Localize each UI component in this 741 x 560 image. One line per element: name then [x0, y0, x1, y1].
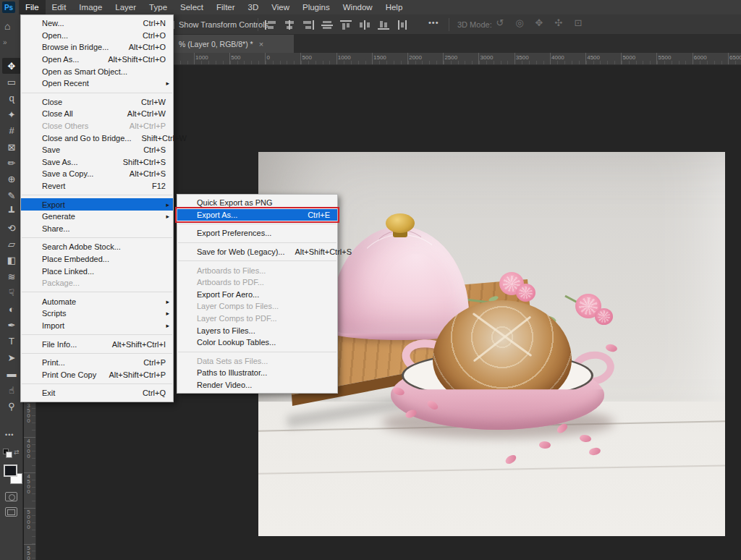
rectangle-tool[interactable]: ▬	[2, 365, 21, 381]
lasso-tool[interactable]: ɋ	[2, 90, 21, 106]
dodge-tool[interactable]: ◐	[2, 301, 21, 317]
menubar-item-image[interactable]: Image	[72, 0, 109, 14]
move-tool[interactable]: ✥	[2, 58, 21, 74]
file-menu-item-package[interactable]: Package...	[21, 277, 173, 289]
ruler-label: 4000	[551, 54, 564, 61]
export-submenu-item-layers-to-files[interactable]: Layers to Files...	[177, 324, 337, 336]
file-menu-item-close-others[interactable]: Close OthersAlt+Ctrl+P	[21, 120, 173, 132]
crop-tool[interactable]: #	[2, 123, 21, 139]
toolbar-expand-icon[interactable]: »	[3, 38, 7, 46]
menubar-item-view[interactable]: View	[265, 0, 296, 14]
menubar-item-filter[interactable]: Filter	[210, 0, 242, 14]
file-menu-item-revert[interactable]: RevertF12	[21, 180, 173, 192]
export-submenu-item-paths-to-illustrator[interactable]: Paths to Illustrator...	[177, 367, 337, 379]
export-submenu-item-export-as[interactable]: Export As...Ctrl+E	[177, 209, 337, 221]
foreground-color-swatch[interactable]	[4, 464, 17, 477]
file-menu-item-file-info[interactable]: File Info...Alt+Shift+Ctrl+I	[21, 338, 173, 350]
frame-tool[interactable]: ⊠	[2, 139, 21, 155]
file-menu-item-import[interactable]: Import▸	[21, 320, 173, 332]
export-submenu-item-artboards-to-files[interactable]: Artboards to Files...	[177, 264, 337, 276]
file-menu-item-close[interactable]: CloseCtrl+W	[21, 96, 173, 109]
export-submenu-item-data-sets-as-files[interactable]: Data Sets as Files...	[177, 355, 337, 368]
submenu-arrow-icon: ▸	[166, 80, 169, 87]
quick-selection-tool[interactable]: ✦	[2, 106, 21, 122]
spot-healing-brush-tool[interactable]: ⊕	[2, 171, 21, 187]
eraser-tool[interactable]: ▱	[2, 236, 21, 252]
menubar-item-edit[interactable]: Edit	[46, 0, 73, 14]
type-tool[interactable]: T	[2, 334, 21, 349]
export-submenu-item-export-preferences[interactable]: Export Preferences...	[177, 227, 337, 239]
history-brush-tool[interactable]: ⟲	[2, 220, 21, 236]
align-left-edges-icon[interactable]	[265, 20, 276, 30]
menubar-item-layer[interactable]: Layer	[109, 0, 143, 14]
export-submenu-item-render-video[interactable]: Render Video...	[177, 379, 337, 391]
clone-stamp-tool[interactable]: ┻	[2, 204, 21, 220]
file-menu-item-save-a-copy[interactable]: Save a Copy...Alt+Ctrl+S	[21, 168, 173, 180]
align-right-edges-icon[interactable]	[302, 20, 314, 30]
export-submenu-item-save-for-web-legacy[interactable]: Save for Web (Legacy)...Alt+Shift+Ctrl+S	[177, 246, 337, 258]
quick-mask-icon[interactable]	[5, 492, 17, 501]
screen-mode-icon[interactable]	[5, 507, 17, 517]
menubar-item-plugins[interactable]: Plugins	[296, 0, 336, 14]
hand-tool[interactable]: ☝	[2, 382, 21, 398]
file-menu-item-scripts[interactable]: Scripts▸	[21, 307, 173, 320]
file-menu-item-browse-in-bridge[interactable]: Browse in Bridge...Alt+Ctrl+O	[21, 41, 173, 54]
export-submenu-item-layer-comps-to-files[interactable]: Layer Comps to Files...	[177, 300, 337, 313]
file-menu-item-open-recent[interactable]: Open Recent▸	[21, 77, 173, 90]
default-colors-icon[interactable]	[3, 449, 9, 454]
file-menu-item-place-embedded[interactable]: Place Embedded...	[21, 253, 173, 266]
home-icon[interactable]: ⌂	[4, 20, 10, 32]
swap-colors-icon[interactable]: ⇄	[14, 449, 20, 456]
file-menu-item-generate[interactable]: Generate▸	[21, 211, 173, 223]
file-menu-item-close-all[interactable]: Close AllAlt+Ctrl+W	[21, 108, 173, 120]
menubar-item-select[interactable]: Select	[174, 0, 210, 14]
menubar-item-type[interactable]: Type	[143, 0, 174, 14]
brush-tool[interactable]: ✎	[2, 187, 21, 203]
file-menu-item-open-as-smart-object[interactable]: Open as Smart Object...	[21, 65, 173, 77]
rectangular-marquee-tool[interactable]: ▭	[2, 74, 21, 90]
align-top-edges-icon[interactable]	[340, 20, 352, 30]
file-menu-item-export[interactable]: Export▸	[21, 198, 173, 211]
more-align-options-icon[interactable]: •••	[428, 18, 439, 27]
menubar-item-help[interactable]: Help	[379, 0, 410, 14]
align-horizontal-centers-icon[interactable]	[284, 20, 295, 30]
file-menu-item-automate[interactable]: Automate▸	[21, 295, 173, 307]
distribute-vertical-centers-icon[interactable]	[397, 20, 408, 30]
tab-close-icon[interactable]: ×	[259, 40, 263, 48]
zoom-tool[interactable]: ⚲	[2, 398, 21, 414]
file-menu-item-search-adobe-stock[interactable]: Search Adobe Stock...	[21, 241, 173, 253]
menubar-item-3d[interactable]: 3D	[242, 0, 266, 14]
file-menu-item-share[interactable]: Share...	[21, 223, 173, 235]
menu-item-label: File Info...	[42, 340, 77, 349]
distribute-horizontal-centers-icon[interactable]	[359, 20, 370, 30]
align-bottom-edges-icon[interactable]	[378, 20, 389, 30]
file-menu-item-save[interactable]: SaveCtrl+S	[21, 144, 173, 156]
export-submenu-item-artboards-to-pdf[interactable]: Artboards to PDF...	[177, 276, 337, 289]
file-menu-item-open[interactable]: Open...Ctrl+O	[21, 30, 173, 42]
file-menu-item-place-linked[interactable]: Place Linked...	[21, 265, 173, 277]
file-menu-item-print-one-copy[interactable]: Print One CopyAlt+Shift+Ctrl+P	[21, 368, 173, 381]
export-submenu-item-quick-export-as-png[interactable]: Quick Export as PNG	[177, 197, 337, 209]
menu-item-label: Close and Go to Bridge...	[42, 134, 132, 143]
menubar-item-window[interactable]: Window	[336, 0, 379, 14]
edit-toolbar-icon[interactable]: •••	[5, 431, 14, 438]
file-menu-item-print[interactable]: Print...Ctrl+P	[21, 357, 173, 369]
smudge-tool[interactable]: ☟	[2, 284, 21, 300]
path-selection-tool[interactable]: ➤	[2, 349, 21, 365]
blur-tool[interactable]: ≋	[2, 268, 21, 284]
export-submenu-item-layer-comps-to-pdf[interactable]: Layer Comps to PDF...	[177, 313, 337, 325]
export-submenu-item-color-lookup-tables[interactable]: Color Lookup Tables...	[177, 336, 337, 349]
export-submenu-item-export-for-aero[interactable]: Export For Aero...	[177, 289, 337, 301]
file-menu-item-save-as[interactable]: Save As...Shift+Ctrl+S	[21, 156, 173, 169]
file-menu-item-open-as[interactable]: Open As...Alt+Shift+Ctrl+O	[21, 54, 173, 66]
file-menu-item-new[interactable]: New...Ctrl+N	[21, 17, 173, 30]
gradient-tool[interactable]: ◧	[2, 253, 21, 268]
file-menu-item-exit[interactable]: ExitCtrl+Q	[21, 387, 173, 399]
pen-tool[interactable]: ✒	[2, 317, 21, 333]
eyedropper-tool[interactable]: ✏	[2, 155, 21, 171]
align-vertical-centers-icon[interactable]	[321, 20, 333, 30]
menu-item-label: Export As...	[197, 211, 237, 219]
file-menu-item-close-and-go-to-bridge[interactable]: Close and Go to Bridge...Shift+Ctrl+W	[21, 132, 173, 144]
menu-item-label: Package...	[42, 279, 80, 287]
menubar-item-file[interactable]: File	[19, 0, 46, 14]
